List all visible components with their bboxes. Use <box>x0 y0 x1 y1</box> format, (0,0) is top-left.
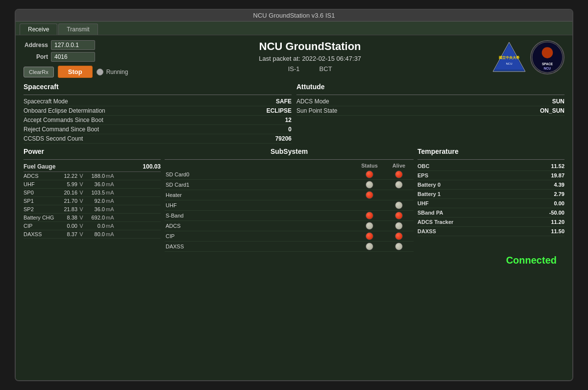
svg-text:NCU: NCU <box>544 67 551 70</box>
subsystem-table: Status Alive SD Card0SD Card1HeaterUHFS-… <box>165 162 414 252</box>
subsystem-section: SubSystem Status Alive SD Card0SD Card1H… <box>165 147 414 252</box>
app-title: NCU GroundStation <box>128 40 492 53</box>
ss-name-header <box>165 162 355 170</box>
spacecraft-rows: Spacecraft ModeSAFEOnboard Eclipse Deter… <box>24 97 292 144</box>
ss-item-name: SD Card0 <box>165 170 355 180</box>
ss-item-name: UHF <box>165 200 355 211</box>
port-row: Port <box>24 52 128 62</box>
ids-row: IS-1 BCT <box>128 65 492 73</box>
svg-point-5 <box>542 47 553 58</box>
ss-item-alive <box>384 231 414 242</box>
led-alive <box>395 212 403 219</box>
led-alive <box>395 201 403 209</box>
led-status <box>366 232 373 240</box>
ss-item-status <box>355 221 384 231</box>
spacecraft-data-row: Accept Commands Since Boot12 <box>24 116 292 125</box>
led-status <box>366 243 373 250</box>
led-status <box>366 191 373 199</box>
temperature-section: Temperature OBC11.52EPS19.87Battery 04.3… <box>417 147 564 252</box>
attutude-header: Attutude <box>296 83 564 95</box>
tab-receive[interactable]: Receive <box>20 24 57 35</box>
led-status <box>366 222 373 230</box>
temp-data-row: DAXSS11.50 <box>417 227 564 236</box>
packet-time: Last packet at: 2022-02-15 06:47:37 <box>128 55 492 62</box>
spacecraft-title: Spacecraft <box>24 83 59 91</box>
power-title: Power <box>24 147 44 155</box>
led-status <box>366 212 373 219</box>
ss-item-name: DAXSS <box>165 242 355 252</box>
ss-item-alive <box>384 200 414 211</box>
ncu-logo: 國立中央大學 NCU <box>492 40 526 74</box>
temp-data-row: Battery 04.39 <box>417 180 564 190</box>
left-controls: Address Port ClearRx Stop Running <box>24 40 128 78</box>
power-data-row: ADCS 12.22 V 188.0 mA <box>24 172 161 180</box>
attutude-title: Attutude <box>296 83 325 91</box>
spacecraft-header: Spacecraft <box>24 83 292 95</box>
ss-item-status <box>355 200 384 211</box>
spacecraft-data-row: Spacecraft ModeSAFE <box>24 97 292 106</box>
temp-data-row: Battery 12.79 <box>417 190 564 199</box>
power-subsystem-temp: Power Fuel Gauge 100.03 ADCS 12.22 V 188… <box>24 147 564 252</box>
ss-item-status <box>355 242 384 252</box>
tab-transmit[interactable]: Transmit <box>58 24 98 35</box>
ss-item-alive <box>384 190 414 200</box>
spacecraft-data-row: Onboard Eclipse DeterminationECLIPSE <box>24 106 292 116</box>
power-data-row: SP1 21.70 V 92.0 mA <box>24 197 161 205</box>
ss-item-alive <box>384 170 414 180</box>
ss-item-name: SD Card1 <box>165 180 355 190</box>
ss-item-status <box>355 170 384 180</box>
ss-item-name: S-Band <box>165 211 355 221</box>
power-data-row: DAXSS 8.37 V 80.0 mA <box>24 230 161 239</box>
attutude-data-row: ADCS ModeSUN <box>296 97 564 106</box>
temp-data-row: ADCS Tracker11.20 <box>417 218 564 227</box>
ss-item-name: CIP <box>165 231 355 242</box>
port-input[interactable] <box>51 52 95 62</box>
ss-item-status <box>355 190 384 200</box>
logos-area: 國立中央大學 NCU SPACE NCU <box>492 40 564 74</box>
ss-item-status <box>355 180 384 190</box>
led-status <box>366 171 373 178</box>
center-info: NCU GroundStation Last packet at: 2022-0… <box>128 40 492 73</box>
led-alive <box>395 222 403 230</box>
attutude-rows: ADCS ModeSUNSun Point StateON_SUN <box>296 97 564 116</box>
running-label: Running <box>106 69 128 75</box>
led-alive <box>395 171 403 178</box>
header-area: Address Port ClearRx Stop Running <box>24 40 564 78</box>
fuel-gauge-label: Fuel Gauge <box>24 163 143 170</box>
power-data-row: SP2 21.83 V 36.0 mA <box>24 205 161 214</box>
temp-data-row: UHF0.00 <box>417 199 564 208</box>
svg-text:國立中央大學: 國立中央大學 <box>499 55 519 59</box>
attutude-data-row: Sun Point StateON_SUN <box>296 106 564 116</box>
ss-item-alive <box>384 221 414 231</box>
led-alive <box>395 232 403 240</box>
port-label: Port <box>24 53 48 60</box>
power-data-row: SP0 20.16 V 103.5 mA <box>24 189 161 197</box>
attutude-section: Attutude ADCS ModeSUNSun Point StateON_S… <box>296 83 564 144</box>
running-indicator: Running <box>97 69 128 75</box>
address-input[interactable] <box>51 40 95 50</box>
temp-data-row: SBand PA-50.00 <box>417 208 564 218</box>
ss-item-name: ADCS <box>165 221 355 231</box>
svg-text:NCU: NCU <box>506 62 513 65</box>
temp-data-row: EPS19.87 <box>417 171 564 180</box>
subsystem-title: SubSystem <box>270 147 308 155</box>
led-status <box>366 181 373 189</box>
temp-title: Temperature <box>417 147 459 155</box>
power-data-row: UHF 5.99 V 36.0 mA <box>24 180 161 189</box>
spacecraft-section: Spacecraft Spacecraft ModeSAFEOnboard Ec… <box>24 83 292 144</box>
ss-item-alive <box>384 242 414 252</box>
stop-button[interactable]: Stop <box>58 66 93 78</box>
temp-data-row: OBC11.52 <box>417 162 564 171</box>
ss-item-name: Heater <box>165 190 355 200</box>
satellite-id: IS-1 <box>288 65 300 73</box>
power-section: Power Fuel Gauge 100.03 ADCS 12.22 V 188… <box>24 147 161 252</box>
led-alive <box>395 181 403 189</box>
power-data-row: Battery CHG 8.38 V 692.0 mA <box>24 214 161 222</box>
ss-item-alive <box>384 180 414 190</box>
clearrx-button[interactable]: ClearRx <box>24 67 54 77</box>
running-led <box>97 69 103 75</box>
ss-item-alive <box>384 211 414 221</box>
space-ncu-logo: SPACE NCU <box>530 40 564 74</box>
spacecraft-data-row: Reject Command Since Boot0 <box>24 125 292 134</box>
led-alive <box>395 243 403 250</box>
